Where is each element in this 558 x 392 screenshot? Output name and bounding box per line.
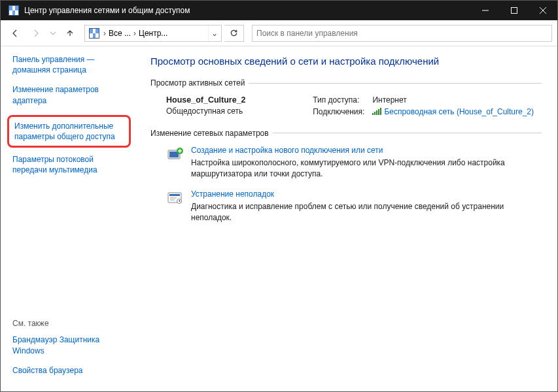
- app-icon: [9, 5, 19, 16]
- titlebar: Центр управления сетями и общим доступом: [1, 1, 557, 20]
- close-button[interactable]: [529, 1, 557, 20]
- sidebar-link-browser-properties[interactable]: Свойства браузера: [12, 365, 128, 376]
- chevron-right-icon: ›: [132, 29, 137, 38]
- new-connection-icon: [166, 146, 184, 164]
- task-link-troubleshoot[interactable]: Устранение неполадок: [191, 189, 274, 199]
- maximize-button[interactable]: [500, 1, 529, 20]
- sidebar-link-adapter-settings[interactable]: Изменение параметров адаптера: [12, 84, 128, 105]
- active-network-row: House_of_Culture_2 Общедоступная сеть Ти…: [166, 95, 534, 117]
- recent-dropdown[interactable]: [48, 24, 58, 42]
- svg-rect-0: [512, 8, 517, 14]
- sidebar-link-advanced-sharing[interactable]: Изменить дополнительные параметры общего…: [7, 115, 131, 148]
- change-settings-header: Изменение сетевых параметров: [150, 129, 542, 138]
- svg-rect-1: [372, 113, 374, 115]
- breadcrumb-item[interactable]: Все ...: [107, 29, 132, 38]
- task-link-new-connection[interactable]: Создание и настройка нового подключения …: [191, 146, 383, 155]
- svg-rect-10: [169, 194, 180, 196]
- window: Центр управления сетями и общим доступом…: [0, 0, 558, 392]
- search-input[interactable]: [252, 25, 552, 42]
- breadcrumb-item[interactable]: Центр...: [137, 29, 169, 38]
- svg-rect-4: [378, 109, 379, 115]
- navbar: › Все ... › Центр... ⌄: [1, 20, 557, 46]
- address-bar[interactable]: › Все ... › Центр... ⌄: [84, 25, 222, 42]
- sidebar-link-media-streaming[interactable]: Параметры потоковой передачи мультимедиа: [12, 154, 128, 175]
- access-type-value: Интернет: [372, 95, 534, 105]
- window-title: Центр управления сетями и общим доступом: [24, 6, 471, 15]
- sidebar: Панель управления — домашняя страница Из…: [1, 46, 135, 391]
- body: Панель управления — домашняя страница Из…: [1, 46, 557, 391]
- active-networks-header: Просмотр активных сетей: [150, 78, 542, 88]
- svg-rect-3: [376, 110, 377, 115]
- sidebar-link-firewall[interactable]: Брандмауэр Защитника Windows: [12, 335, 128, 355]
- see-also-label: См. также: [12, 319, 128, 328]
- chevron-right-icon: ›: [102, 29, 107, 38]
- page-title: Просмотр основных сведений о сети и наст…: [150, 56, 542, 67]
- refresh-button[interactable]: [224, 25, 244, 42]
- up-button[interactable]: [61, 24, 79, 42]
- connection-link[interactable]: Беспроводная сеть (House_of_Culture_2): [384, 107, 534, 116]
- connections-label: Подключения:: [313, 107, 364, 117]
- back-button[interactable]: [6, 24, 24, 42]
- network-name: House_of_Culture_2: [166, 95, 306, 105]
- task-new-connection: Создание и настройка нового подключения …: [166, 146, 534, 180]
- access-type-label: Тип доступа:: [313, 95, 364, 105]
- network-type: Общедоступная сеть: [166, 106, 306, 116]
- task-desc: Настройка широкополосного, коммутируемог…: [191, 157, 534, 180]
- svg-rect-2: [374, 112, 375, 115]
- task-desc: Диагностика и исправление проблем с сеть…: [191, 201, 534, 223]
- troubleshoot-icon: [166, 189, 184, 208]
- task-troubleshoot: Устранение неполадок Диагностика и испра…: [166, 189, 534, 223]
- forward-button[interactable]: [27, 24, 45, 42]
- content: Просмотр основных сведений о сети и наст…: [135, 46, 557, 391]
- sidebar-link-home[interactable]: Панель управления — домашняя страница: [12, 54, 128, 75]
- minimize-button[interactable]: [471, 1, 500, 20]
- network-sharing-icon: [89, 28, 99, 39]
- wifi-signal-icon: [372, 108, 381, 117]
- chevron-down-icon[interactable]: ⌄: [208, 25, 220, 41]
- svg-rect-5: [380, 108, 381, 115]
